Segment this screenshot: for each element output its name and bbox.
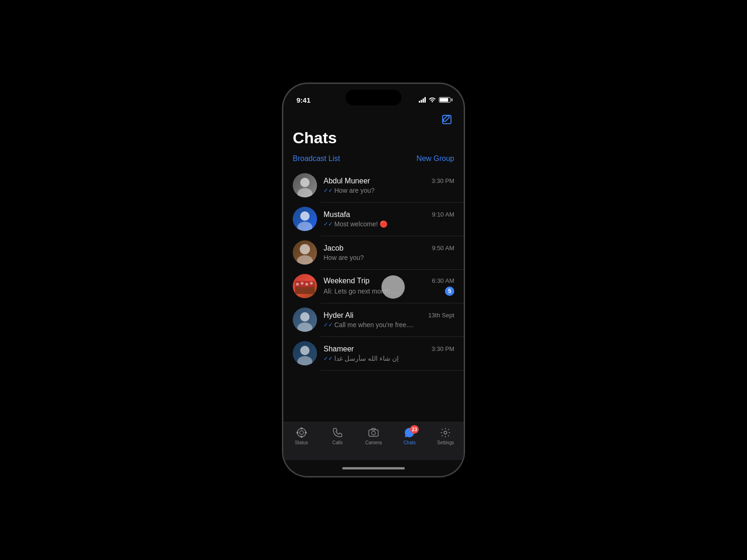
- chat-list: Abdul Muneer 3:30 PM ✓✓ How are you?: [283, 168, 464, 370]
- chat-preview-shameer: ✓✓ إن شاء الله سأرسل غدا: [324, 355, 399, 362]
- chat-time-weekend: 6:30 AM: [432, 277, 454, 284]
- chat-name-weekend: Weekend Trip: [324, 277, 369, 285]
- svg-rect-25: [372, 428, 375, 430]
- svg-point-10: [301, 282, 303, 285]
- phone-screen: 9:41: [283, 84, 464, 476]
- svg-rect-8: [295, 287, 315, 294]
- tab-label-camera: Camera: [365, 440, 382, 445]
- new-group-link[interactable]: New Group: [416, 154, 454, 163]
- tab-settings[interactable]: Settings: [428, 427, 464, 445]
- tab-label-settings: Settings: [437, 440, 454, 445]
- chat-name-hyder: Hyder Ali: [324, 311, 353, 320]
- chat-info-hyder: Hyder Ali 13th Sept ✓✓ Call me when you'…: [324, 311, 454, 329]
- check-icon-hyder: ✓✓: [324, 322, 333, 328]
- svg-point-21: [296, 432, 298, 434]
- chat-info-jacob: Jacob 9:50 AM How are you?: [324, 244, 454, 261]
- compose-button[interactable]: [439, 112, 454, 127]
- chat-preview-mustafa: ✓✓ Most welcome! 🔴: [324, 220, 388, 228]
- svg-point-17: [297, 428, 306, 437]
- battery-icon: [439, 97, 451, 103]
- svg-point-13: [300, 312, 310, 322]
- avatar-person-shameer: [293, 341, 317, 365]
- chat-preview-weekend: Ali: Lets go next month.....: [324, 287, 399, 295]
- svg-point-11: [305, 283, 308, 286]
- chat-item-abdul[interactable]: Abdul Muneer 3:30 PM ✓✓ How are you?: [283, 168, 464, 202]
- svg-point-3: [300, 211, 310, 221]
- status-icons: [419, 97, 451, 104]
- header-top: [293, 112, 454, 127]
- tab-camera[interactable]: Camera: [355, 427, 391, 445]
- chat-badge-weekend: 5: [445, 287, 454, 296]
- chat-info-abdul: Abdul Muneer 3:30 PM ✓✓ How are you?: [324, 177, 454, 194]
- svg-rect-23: [369, 430, 378, 436]
- chat-info-shameer: Shameer 3:30 PM ✓✓ إن شاء الله سأرسل غدا: [324, 345, 454, 362]
- tab-icon-camera: [368, 427, 379, 438]
- avatar-shameer: [293, 341, 317, 365]
- avatar-person-mustafa: [293, 207, 317, 231]
- chat-item-hyder[interactable]: Hyder Ali 13th Sept ✓✓ Call me when you'…: [283, 303, 464, 336]
- check-icon-mustafa: ✓✓: [324, 221, 333, 227]
- avatar-weekend: [293, 274, 317, 298]
- tab-icon-settings: [440, 427, 451, 438]
- tab-label-calls: Calls: [332, 440, 343, 445]
- chat-preview-hyder: ✓✓ Call me when you're free....: [324, 321, 414, 329]
- tab-icon-status: [296, 427, 307, 438]
- avatar-mustafa: [293, 207, 317, 231]
- svg-point-4: [297, 222, 312, 231]
- dynamic-island: [345, 90, 402, 105]
- chat-time-jacob: 9:50 AM: [432, 245, 454, 252]
- avatar-person-hyder: [293, 308, 317, 332]
- svg-point-12: [310, 282, 313, 285]
- tab-calls[interactable]: Calls: [319, 427, 355, 445]
- svg-point-2: [297, 188, 312, 197]
- tab-bar: Status Calls Camera: [283, 422, 464, 460]
- avatar-person-jacob: [293, 240, 317, 265]
- avatar-person-abdul: [293, 173, 317, 197]
- chat-item-jacob[interactable]: Jacob 9:50 AM How are you?: [283, 236, 464, 269]
- chat-name-shameer: Shameer: [324, 345, 354, 353]
- chat-time-mustafa: 9:10 AM: [432, 211, 454, 218]
- avatar-hyder: [293, 308, 317, 332]
- tab-chats[interactable]: 23 Chats: [392, 427, 428, 445]
- svg-point-24: [372, 431, 375, 435]
- svg-point-1: [300, 178, 310, 187]
- tab-icon-chats: 23: [404, 427, 415, 438]
- svg-point-5: [300, 244, 310, 254]
- chat-time-shameer: 3:30 PM: [432, 345, 454, 352]
- avatar-abdul: [293, 173, 317, 197]
- chat-item-weekend[interactable]: Weekend Trip 6:30 AM Ali: Lets go next m…: [283, 269, 464, 303]
- svg-point-20: [301, 436, 302, 438]
- svg-point-15: [300, 346, 310, 355]
- chat-item-shameer[interactable]: Shameer 3:30 PM ✓✓ إن شاء الله سأرسل غدا: [283, 336, 464, 370]
- header: Chats Broadcast List New Group: [283, 108, 464, 168]
- chat-info-weekend: Weekend Trip 6:30 AM Ali: Lets go next m…: [324, 277, 454, 296]
- svg-point-9: [296, 283, 299, 286]
- tab-icon-calls: [332, 427, 343, 438]
- chat-item-mustafa[interactable]: Mustafa 9:10 AM ✓✓ Most welcome! 🔴: [283, 202, 464, 236]
- svg-point-22: [305, 432, 306, 434]
- chat-preview-jacob: How are you?: [324, 254, 364, 261]
- svg-point-18: [300, 431, 303, 434]
- avatar-person-weekend: [293, 274, 317, 298]
- svg-point-19: [301, 428, 302, 429]
- check-icon-shameer: ✓✓: [324, 355, 333, 362]
- chat-time-abdul: 3:30 PM: [432, 177, 454, 184]
- status-time: 9:41: [296, 96, 310, 104]
- chat-preview-abdul: ✓✓ How are you?: [324, 187, 374, 194]
- chat-info-mustafa: Mustafa 9:10 AM ✓✓ Most welcome! 🔴: [324, 210, 454, 228]
- main-content[interactable]: Chats Broadcast List New Group: [283, 108, 464, 422]
- header-actions: Broadcast List New Group: [293, 153, 454, 168]
- chat-name-abdul: Abdul Muneer: [324, 177, 370, 185]
- tab-label-chats: Chats: [403, 440, 416, 445]
- broadcast-list-link[interactable]: Broadcast List: [293, 154, 340, 163]
- home-bar: [342, 467, 405, 469]
- tab-badge-chats: 23: [410, 425, 419, 434]
- page-title: Chats: [293, 129, 454, 147]
- tab-status[interactable]: Status: [283, 427, 319, 445]
- svg-point-16: [297, 356, 312, 365]
- svg-point-14: [297, 322, 312, 332]
- signal-icon: [419, 97, 426, 103]
- avatar-jacob: [293, 240, 317, 265]
- chat-name-jacob: Jacob: [324, 244, 344, 252]
- chat-time-hyder: 13th Sept: [428, 312, 454, 319]
